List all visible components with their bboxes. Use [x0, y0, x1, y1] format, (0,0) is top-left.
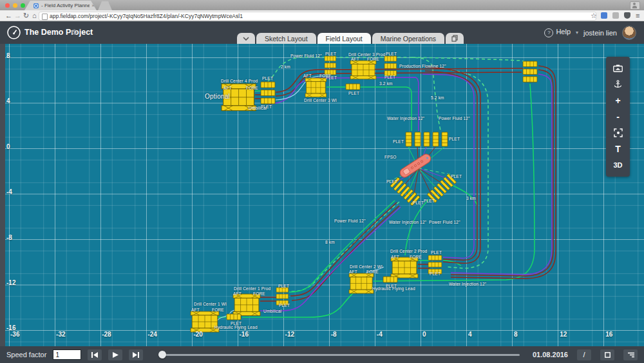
- current-date: 01.08.2016: [533, 351, 568, 358]
- play-button[interactable]: [108, 349, 122, 360]
- refresh-icon[interactable]: ↻: [23, 10, 29, 21]
- page-icon: [42, 14, 48, 20]
- plet[interactable]: [383, 277, 397, 282]
- map-label: Umbilical: [263, 309, 281, 313]
- bookmark-star-icon[interactable]: ☆: [591, 10, 597, 21]
- y-axis-tick: -8: [6, 234, 12, 241]
- map-label: AFT: [391, 255, 399, 259]
- anchor-icon[interactable]: [611, 78, 625, 91]
- field-layout-svg: [0, 44, 644, 346]
- drill-center-3-wi[interactable]: [305, 78, 327, 97]
- browser-tab[interactable]: - Field Activity Planner ×: [24, 1, 97, 10]
- pipeline-production: [255, 95, 261, 99]
- plet-row[interactable]: [406, 132, 448, 146]
- pipeline-umbilical: [451, 74, 552, 275]
- y-axis-tick: 4: [6, 97, 10, 104]
- timeline-slider[interactable]: [158, 349, 520, 360]
- maximize-window-button[interactable]: [21, 3, 25, 8]
- help-button[interactable]: ?Help: [544, 28, 571, 37]
- project-settings-gear-icon[interactable]: ⚙: [71, 28, 78, 37]
- address-bar[interactable]: app.fieldap.com/project/-KCyy7qIqNo5Hazf…: [39, 12, 596, 21]
- close-tab-icon[interactable]: ×: [90, 3, 97, 8]
- zoom-out-icon[interactable]: -: [611, 110, 625, 123]
- map-label: 2 km: [281, 64, 290, 69]
- skip-to-end-button[interactable]: [129, 349, 143, 360]
- map-label: 8 km: [325, 240, 335, 244]
- zoom-in-icon[interactable]: +: [611, 94, 625, 107]
- forward-icon[interactable]: →: [14, 10, 21, 21]
- speed-factor-input[interactable]: [53, 349, 81, 360]
- timeline-handle[interactable]: [158, 351, 166, 358]
- vessel-snapshot-icon[interactable]: [611, 62, 625, 75]
- minimize-window-button[interactable]: [13, 3, 17, 8]
- map-label: PLET: [424, 199, 435, 203]
- extension-icon-shield[interactable]: [624, 12, 630, 19]
- map-label: PLET: [449, 137, 460, 141]
- x-axis-tick: -28: [102, 331, 111, 338]
- map-label: Drill Center 2 WI: [350, 264, 383, 269]
- pipeline-umbilical: [422, 74, 474, 258]
- map-label: Water Injection 12": [387, 116, 424, 121]
- plet-stack[interactable]: [384, 56, 397, 76]
- url-text: app.fieldap.com/project/-KCyy7qIqNo5Hazf…: [50, 13, 243, 19]
- activity-list-icon[interactable]: [623, 349, 638, 360]
- plet-stack[interactable]: [261, 82, 275, 104]
- x-axis-tick: 4: [468, 331, 472, 338]
- map-label: PLET: [431, 250, 442, 255]
- home-icon[interactable]: ⌂: [32, 10, 37, 21]
- pipeline-production: [451, 66, 556, 279]
- map-label: PLET: [348, 91, 359, 95]
- drill-center-3-prod[interactable]: [350, 61, 376, 79]
- app-logo[interactable]: [6, 25, 21, 43]
- map-toolbar: + - T 3D: [606, 57, 630, 177]
- user-avatar[interactable]: [622, 26, 636, 40]
- copy-layout-tab[interactable]: [446, 33, 464, 44]
- timeline-track: [158, 354, 520, 356]
- app-window: - Field Activity Planner × ← → ↻ ⌂ app.f…: [0, 0, 644, 363]
- layouts-dropdown-tab[interactable]: [237, 33, 255, 44]
- pipeline-power-fluid: [448, 70, 488, 268]
- project-title: The Demo Project: [24, 28, 93, 37]
- text-tool-icon[interactable]: T: [611, 142, 625, 155]
- map-label: Drill Center 1 Prod: [234, 286, 270, 291]
- tab-field-layout[interactable]: Field Layout: [317, 33, 371, 44]
- date-format-button[interactable]: /: [577, 349, 591, 360]
- map-label: Power Fluid 12": [439, 116, 470, 121]
- x-axis-tick: -36: [10, 331, 19, 338]
- drill-center-1-prod[interactable]: [233, 294, 260, 316]
- tab-marine-operations[interactable]: Marine Operations: [372, 33, 444, 44]
- stop-button[interactable]: [600, 349, 614, 360]
- pipeline-water-injection: [289, 201, 395, 292]
- plet[interactable]: [346, 84, 360, 90]
- plet-stack[interactable]: [325, 56, 336, 75]
- user-name: jostein lien: [583, 29, 617, 37]
- extension-icon-gray[interactable]: [612, 12, 619, 19]
- extension-icon-blue[interactable]: [601, 12, 607, 19]
- y-axis-tick: -16: [6, 324, 15, 331]
- map-label: PLET: [384, 75, 395, 79]
- map-label: AFT: [351, 57, 359, 61]
- field-layout-canvas[interactable]: -36-32-28-24-20-16-12-8-40481216840-4-8-…: [0, 44, 644, 346]
- close-window-button[interactable]: [5, 3, 10, 8]
- map-label: AFT: [191, 308, 200, 312]
- plet-stack[interactable]: [523, 61, 537, 82]
- skip-to-start-button[interactable]: [88, 349, 102, 360]
- drill-center-2-prod[interactable]: [391, 257, 418, 278]
- x-axis-tick: 8: [514, 331, 518, 338]
- x-axis-tick: 0: [422, 331, 426, 338]
- tab-sketch-layout[interactable]: Sketch Layout: [256, 33, 316, 44]
- user-menu-caret-icon[interactable]: ▾: [576, 30, 578, 35]
- map-label: FORE: [366, 270, 379, 274]
- new-tab-button[interactable]: [98, 1, 112, 10]
- map-label: Hydraulic Flying Lead: [372, 286, 415, 291]
- x-axis-tick: -8: [331, 331, 337, 338]
- browser-menu-icon[interactable]: ≡: [636, 10, 639, 21]
- browser-profile-icon[interactable]: [630, 1, 640, 10]
- back-icon[interactable]: ←: [5, 10, 12, 21]
- fit-view-icon[interactable]: [611, 126, 625, 139]
- drill-center-2-wi[interactable]: [349, 273, 374, 293]
- map-label: AFT: [349, 270, 357, 274]
- plet[interactable]: [227, 314, 241, 320]
- map-label: FPSO: [384, 155, 397, 159]
- 3d-view-icon[interactable]: 3D: [611, 159, 625, 172]
